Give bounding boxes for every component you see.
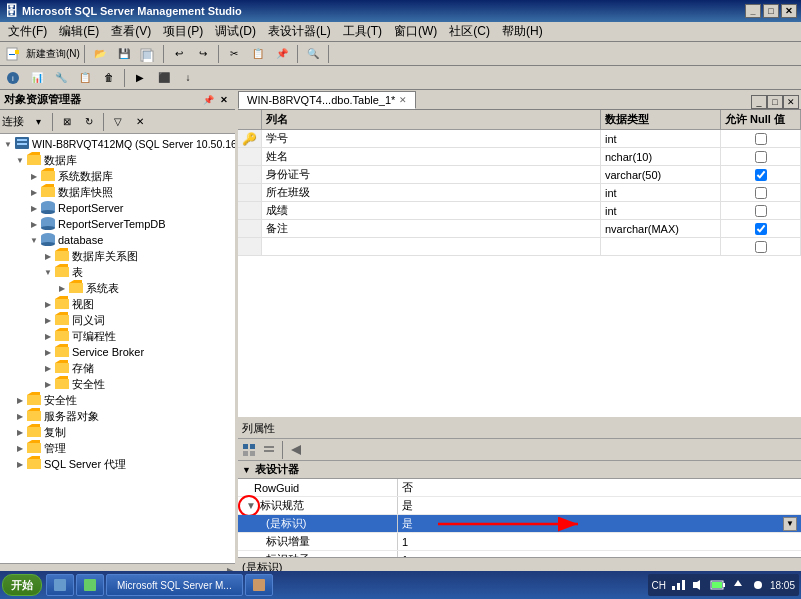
nullable-checkbox[interactable]	[755, 169, 767, 181]
prop-btn3[interactable]	[287, 442, 305, 458]
tree-item-synonyms[interactable]: ▶ 同义词	[0, 312, 235, 328]
tb2-btn1[interactable]: i	[2, 68, 24, 88]
grid-cell-name[interactable]: 备注	[262, 220, 601, 237]
undo-btn[interactable]: ↩	[168, 44, 190, 64]
grid-cell-nullable[interactable]	[721, 166, 801, 183]
tree-item-server[interactable]: ▼ WIN-B8RVQT412MQ (SQL Server 10.50.1600…	[0, 136, 235, 152]
grid-row[interactable]: 所在班级 int	[238, 184, 801, 202]
menu-window[interactable]: 窗口(W)	[388, 22, 443, 41]
tree-item-management[interactable]: ▶ 管理	[0, 440, 235, 456]
menu-edit[interactable]: 编辑(E)	[53, 22, 105, 41]
tree-item-serverobjects[interactable]: ▶ 服务器对象	[0, 408, 235, 424]
grid-cell-type[interactable]	[601, 238, 721, 255]
tree-item-diagrams[interactable]: ▶ 数据库关系图	[0, 248, 235, 264]
tree-item-views[interactable]: ▶ 视图	[0, 296, 235, 312]
prop-row-rowguid[interactable]: RowGuid 否	[238, 479, 801, 497]
grid-cell-name[interactable]: 身份证号	[262, 166, 601, 183]
nullable-checkbox[interactable]	[755, 223, 767, 235]
grid-cell-name[interactable]: 成绩	[262, 202, 601, 219]
prop-section-tabledesigner[interactable]: ▼ 表设计器	[238, 461, 801, 479]
tb2-btn6[interactable]: ▶	[129, 68, 151, 88]
tree-toggle-server[interactable]: ▼	[2, 138, 14, 150]
menu-tools[interactable]: 工具(T)	[337, 22, 388, 41]
grid-row[interactable]: 备注 nvarchar(MAX)	[238, 220, 801, 238]
prop-value-identity[interactable]: 是	[398, 497, 801, 514]
tb2-btn8[interactable]: ↓	[177, 68, 199, 88]
tree-item-reportservertempdb[interactable]: ▶ ReportServerTempDB	[0, 216, 235, 232]
grid-row[interactable]: 身份证号 varchar(50)	[238, 166, 801, 184]
tab-close-btn[interactable]: ✕	[399, 95, 407, 105]
tree-item-tables[interactable]: ▼ 表	[0, 264, 235, 280]
start-button[interactable]: 开始	[2, 574, 42, 596]
save-all-btn[interactable]	[137, 44, 159, 64]
tree-item-programmability[interactable]: ▶ 可编程性	[0, 328, 235, 344]
grid-cell-nullable[interactable]	[721, 130, 801, 147]
menu-file[interactable]: 文件(F)	[2, 22, 53, 41]
prop-dropdown-btn[interactable]: ▼	[783, 517, 797, 531]
prop-btn2[interactable]	[260, 442, 278, 458]
tree-item-databases[interactable]: ▼ 数据库	[0, 152, 235, 168]
new-query-btn[interactable]	[2, 44, 24, 64]
close-button[interactable]: ✕	[781, 4, 797, 18]
taskbar-item-1[interactable]	[46, 574, 74, 596]
grid-cell-nullable[interactable]	[721, 238, 801, 255]
prop-expand-icon[interactable]: ▼	[246, 500, 256, 511]
oe-refresh-btn[interactable]: ↻	[79, 113, 99, 131]
grid-cell-nullable[interactable]	[721, 148, 801, 165]
taskbar-item-2[interactable]	[76, 574, 104, 596]
tab-table1[interactable]: WIN-B8RVQT4...dbo.Table_1* ✕	[238, 91, 416, 109]
grid-row[interactable]	[238, 238, 801, 256]
minimize-button[interactable]: _	[745, 4, 761, 18]
panel-pin-btn[interactable]: 📌	[201, 93, 215, 107]
tree-item-database[interactable]: ▼ database	[0, 232, 235, 248]
grid-cell-nullable[interactable]	[721, 184, 801, 201]
grid-cell-type[interactable]: int	[601, 184, 721, 201]
grid-cell-name[interactable]: 姓名	[262, 148, 601, 165]
panel-close-btn[interactable]: ✕	[217, 93, 231, 107]
tree-item-security-sub[interactable]: ▶ 安全性	[0, 376, 235, 392]
grid-cell-name[interactable]: 学号	[262, 130, 601, 147]
tree-item-security[interactable]: ▶ 安全性	[0, 392, 235, 408]
restore-button[interactable]: □	[763, 4, 779, 18]
nullable-checkbox[interactable]	[755, 151, 767, 163]
grid-cell-name[interactable]: 所在班级	[262, 184, 601, 201]
nullable-checkbox[interactable]	[755, 241, 767, 253]
open-btn[interactable]: 📂	[89, 44, 111, 64]
panel-close-right-btn[interactable]: ✕	[783, 95, 799, 109]
nullable-checkbox[interactable]	[755, 205, 767, 217]
oe-filter-btn[interactable]: ▽	[108, 113, 128, 131]
save-btn[interactable]: 💾	[113, 44, 135, 64]
tb2-btn7[interactable]: ⬛	[153, 68, 175, 88]
grid-cell-type[interactable]: int	[601, 202, 721, 219]
tree-item-sqlagent[interactable]: ▶ SQL Server 代理	[0, 456, 235, 472]
prop-value-increment[interactable]: 1	[398, 533, 801, 550]
tree-item-storage[interactable]: ▶ 存储	[0, 360, 235, 376]
grid-row[interactable]: 成绩 int	[238, 202, 801, 220]
menu-community[interactable]: 社区(C)	[443, 22, 496, 41]
panel-restore-btn[interactable]: □	[767, 95, 783, 109]
prop-grid[interactable]: ▼ 表设计器 RowGuid 否 ▼ 标识规范 是	[238, 461, 801, 557]
nullable-checkbox[interactable]	[755, 187, 767, 199]
prop-btn1[interactable]	[240, 442, 258, 458]
tb2-btn5[interactable]: 🗑	[98, 68, 120, 88]
prop-row-identity[interactable]: ▼ 标识规范 是	[238, 497, 801, 515]
cut-btn[interactable]: ✂	[223, 44, 245, 64]
tree-item-servicebroker[interactable]: ▶ Service Broker	[0, 344, 235, 360]
oe-connect-btn[interactable]: ▾	[28, 113, 48, 131]
nullable-checkbox[interactable]	[755, 133, 767, 145]
prop-row-increment[interactable]: 标识增量 1	[238, 533, 801, 551]
tree-item-sysdb[interactable]: ▶ 系统数据库	[0, 168, 235, 184]
tb2-btn3[interactable]: 🔧	[50, 68, 72, 88]
menu-tabledesigner[interactable]: 表设计器(L)	[262, 22, 337, 41]
menu-help[interactable]: 帮助(H)	[496, 22, 549, 41]
grid-row[interactable]: 🔑 学号 int	[238, 130, 801, 148]
tree-item-replication[interactable]: ▶ 复制	[0, 424, 235, 440]
prop-value-rowguid[interactable]: 否	[398, 479, 801, 496]
panel-minimize-btn[interactable]: _	[751, 95, 767, 109]
taskbar-item-4[interactable]	[245, 574, 273, 596]
grid-row[interactable]: 姓名 nchar(10)	[238, 148, 801, 166]
paste-btn[interactable]: 📌	[271, 44, 293, 64]
grid-cell-type[interactable]: nchar(10)	[601, 148, 721, 165]
grid-cell-type[interactable]: nvarchar(MAX)	[601, 220, 721, 237]
taskbar-item-ssms[interactable]: Microsoft SQL Server M...	[106, 574, 243, 596]
